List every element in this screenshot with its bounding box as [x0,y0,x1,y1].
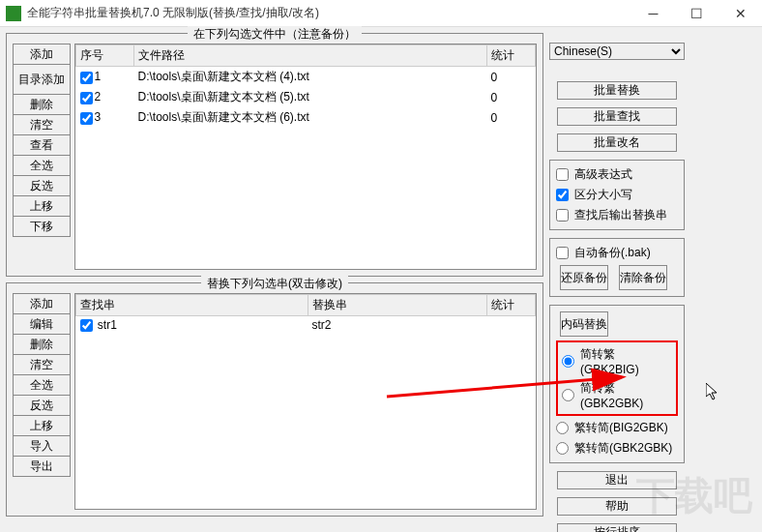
restore-button[interactable]: 还原备份 [560,265,608,290]
case-label: 区分大小写 [574,187,632,203]
adv-expr-checkbox[interactable] [556,168,569,181]
row-checkbox[interactable] [80,72,93,84]
replace-side-buttons: 添加 编辑 删除 清空 全选 反选 上移 导入 导出 [13,293,71,510]
files-panel: 在下列勾选文件中（注意备份） 添加 目录添加 删除 清空 查看 全选 反选 上移… [6,33,543,277]
enc-label-3: 繁转简(BIG2GBK) [574,420,668,436]
minimize-button[interactable]: ─ [631,0,675,27]
files-movedown-button[interactable]: 下移 [13,216,71,237]
output-checkbox[interactable] [556,209,569,222]
options-group: 高级表达式 区分大小写 查找后输出替换串 [549,160,685,230]
col-rcount[interactable]: 统计 [487,295,536,316]
files-clear-button[interactable]: 清空 [13,114,71,135]
replace-edit-button[interactable]: 编辑 [13,313,71,335]
enc-label-4: 繁转简(GBK2GBK) [574,440,672,457]
files-view-button[interactable]: 查看 [13,134,71,156]
replace-export-button[interactable]: 导出 [13,456,71,477]
sort-button[interactable]: 按行排序 [557,523,677,532]
enc-label-2: 简转繁(GBK2GBK) [580,380,672,410]
clear-backup-button[interactable]: 清除备份 [619,265,667,290]
batch-replace-button[interactable]: 批量替换 [557,81,677,100]
col-count[interactable]: 统计 [487,45,536,67]
encoding-group: 内码替换 简转繁(GBK2BIG) 简转繁(GBK2GBK) 繁转简(BIG2G… [549,305,685,463]
replace-selectall-button[interactable]: 全选 [13,374,71,396]
table-row[interactable]: 1D:\tools\桌面\新建文本文档 (4).txt0 [76,67,536,88]
language-select[interactable]: Chinese(S) [549,43,685,60]
app-icon [6,6,21,21]
files-moveup-button[interactable]: 上移 [13,195,71,217]
adv-expr-label: 高级表达式 [574,166,632,183]
replace-panel-title: 替换下列勾选串(双击修改) [201,276,348,292]
row-checkbox[interactable] [80,92,93,104]
col-path[interactable]: 文件路径 [134,45,487,67]
replace-clear-button[interactable]: 清空 [13,354,71,375]
exit-button[interactable]: 退出 [557,471,677,489]
files-table[interactable]: 序号 文件路径 统计 1D:\tools\桌面\新建文本文档 (4).txt02… [74,44,537,270]
case-checkbox[interactable] [556,189,569,201]
batch-rename-button[interactable]: 批量改名 [557,133,677,152]
backup-group: 自动备份(.bak) 还原备份 清除备份 [549,238,685,297]
col-seq[interactable]: 序号 [76,45,134,67]
files-side-buttons: 添加 目录添加 删除 清空 查看 全选 反选 上移 下移 [13,44,71,270]
table-row[interactable]: str1str2 [76,316,536,335]
replace-panel: 替换下列勾选串(双击修改) 添加 编辑 删除 清空 全选 反选 上移 导入 导出 [6,282,543,517]
enc-radio-4[interactable] [556,442,569,455]
right-column: Chinese(S) 批量替换 批量查找 批量改名 高级表达式 区分大小写 查找… [549,33,685,524]
backup-checkbox[interactable] [556,247,569,259]
files-add-button[interactable]: 添加 [13,44,71,65]
enc-label-1: 简转繁(GBK2BIG) [580,346,672,376]
window-title: 全能字符串批量替换机7.0 无限制版(替换/查找/抽取/改名) [27,5,631,21]
maximize-button[interactable]: ☐ [675,0,718,27]
files-panel-title: 在下列勾选文件中（注意备份） [188,26,362,43]
help-button[interactable]: 帮助 [557,497,677,516]
replace-invert-button[interactable]: 反选 [13,395,71,416]
col-find[interactable]: 查找串 [76,295,308,316]
enc-radio-2[interactable] [562,389,574,401]
row-checkbox[interactable] [80,319,93,332]
col-rep[interactable]: 替换串 [308,295,487,316]
replace-import-button[interactable]: 导入 [13,435,71,457]
close-button[interactable]: ✕ [718,0,762,27]
batch-find-button[interactable]: 批量查找 [557,107,677,126]
enc-radio-1[interactable] [562,355,574,368]
highlight-box: 简转繁(GBK2BIG) 简转繁(GBK2GBK) [556,340,678,416]
table-row[interactable]: 3D:\tools\桌面\新建文本文档 (6).txt0 [76,107,536,128]
table-row[interactable]: 2D:\tools\桌面\新建文本文档 (5).txt0 [76,87,536,107]
row-checkbox[interactable] [80,112,93,125]
encode-replace-button[interactable]: 内码替换 [560,311,608,337]
replace-add-button[interactable]: 添加 [13,293,71,314]
files-add-dir-button[interactable]: 目录添加 [13,64,71,95]
output-label: 查找后输出替换串 [574,207,667,223]
backup-label: 自动备份(.bak) [574,245,651,261]
replace-moveup-button[interactable]: 上移 [13,415,71,436]
titlebar: 全能字符串批量替换机7.0 无限制版(替换/查找/抽取/改名) ─ ☐ ✕ [0,0,762,27]
files-selectall-button[interactable]: 全选 [13,155,71,176]
files-invert-button[interactable]: 反选 [13,175,71,196]
enc-radio-3[interactable] [556,422,569,434]
replace-table[interactable]: 查找串 替换串 统计 str1str2 [74,293,537,510]
files-delete-button[interactable]: 删除 [13,94,71,115]
replace-delete-button[interactable]: 删除 [13,334,71,355]
